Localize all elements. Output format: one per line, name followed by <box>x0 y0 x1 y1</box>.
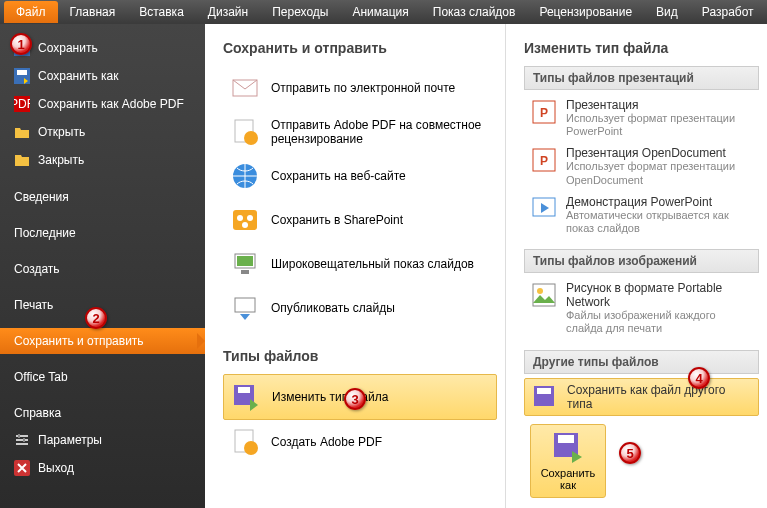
label: Сохранить <box>38 41 98 55</box>
pdf-review-icon <box>229 116 261 148</box>
publish-icon <box>229 292 261 324</box>
svg-rect-7 <box>16 435 28 437</box>
label: Открыть <box>38 125 85 139</box>
section-other-types: Другие типы файлов <box>524 350 759 374</box>
svg-text:PDF: PDF <box>14 97 30 111</box>
label: Презентация <box>566 98 753 112</box>
options-icon <box>14 432 30 448</box>
opt-pdf-review[interactable]: Отправить Adobe PDF на совместное реценз… <box>223 110 497 154</box>
odp-icon: P <box>530 146 558 174</box>
sidebar-exit[interactable]: Выход <box>0 454 205 482</box>
sidebar-share[interactable]: Сохранить и отправить <box>0 328 205 354</box>
callout-1: 1 <box>10 33 32 55</box>
sharepoint-icon <box>229 204 261 236</box>
callout-3: 3 <box>344 388 366 410</box>
section-presentation-types: Типы файлов презентаций <box>524 66 759 90</box>
sidebar-new[interactable]: Создать <box>0 256 205 282</box>
label: Создать <box>14 262 60 276</box>
desc: Использует формат презентации PowerPoint <box>566 112 753 138</box>
tab-transitions[interactable]: Переходы <box>260 1 340 23</box>
svg-text:P: P <box>540 154 548 168</box>
sidebar-officetab[interactable]: Office Tab <box>0 364 205 390</box>
label: Сохранить как <box>38 69 118 83</box>
label: Презентация OpenDocument <box>566 146 753 160</box>
tab-home[interactable]: Главная <box>58 1 128 23</box>
ribbon-tabs: Файл Главная Вставка Дизайн Переходы Ани… <box>0 0 767 24</box>
opt-broadcast[interactable]: Широковещательный показ слайдов <box>223 242 497 286</box>
sidebar-info[interactable]: Сведения <box>0 184 205 210</box>
label: Сохранить в SharePoint <box>271 213 403 227</box>
globe-icon <box>229 160 261 192</box>
folder-open-icon <box>14 124 30 140</box>
opt-sharepoint[interactable]: Сохранить в SharePoint <box>223 198 497 242</box>
label: Выход <box>38 461 74 475</box>
label: Отправить Adobe PDF на совместное реценз… <box>271 118 491 146</box>
desc: Автоматически открывается как показ слай… <box>566 209 753 235</box>
tab-view[interactable]: Вид <box>644 1 690 23</box>
svg-rect-24 <box>235 298 255 312</box>
label: Печать <box>14 298 53 312</box>
ft-ppsx[interactable]: Демонстрация PowerPointАвтоматически отк… <box>524 191 759 239</box>
png-icon <box>530 281 558 309</box>
label: Рисунок в формате Portable Network <box>566 281 753 309</box>
exit-icon <box>14 460 30 476</box>
share-column: Сохранить и отправить Отправить по элект… <box>205 24 505 508</box>
svg-point-20 <box>242 222 248 228</box>
label: Сохранить как Adobe PDF <box>38 97 184 111</box>
sidebar-open[interactable]: Открыть <box>0 118 205 146</box>
svg-text:P: P <box>540 106 548 120</box>
svg-rect-8 <box>16 439 28 441</box>
sidebar-help[interactable]: Справка <box>0 400 205 426</box>
tab-developer[interactable]: Разработ <box>690 1 766 23</box>
tab-insert[interactable]: Вставка <box>127 1 196 23</box>
tab-review[interactable]: Рецензирование <box>527 1 644 23</box>
filetype-heading: Изменить тип файла <box>524 40 759 56</box>
email-icon <box>229 72 261 104</box>
backstage: Сохранить Сохранить как PDFСохранить как… <box>0 24 767 508</box>
pptx-icon: P <box>530 98 558 126</box>
tab-file[interactable]: Файл <box>4 1 58 23</box>
label: Последние <box>14 226 76 240</box>
create-pdf-icon <box>229 426 261 458</box>
callout-5: 5 <box>619 442 641 464</box>
ft-other[interactable]: Сохранить как файл другого типа <box>524 378 759 416</box>
tab-animation[interactable]: Анимация <box>340 1 420 23</box>
opt-web[interactable]: Сохранить на веб-сайте <box>223 154 497 198</box>
sidebar-recent[interactable]: Последние <box>0 220 205 246</box>
label: Сохранить и отправить <box>14 334 144 348</box>
svg-rect-10 <box>18 434 20 438</box>
label: Параметры <box>38 433 102 447</box>
svg-rect-22 <box>237 256 253 266</box>
filetypes-heading: Типы файлов <box>223 348 497 364</box>
sidebar-options[interactable]: Параметры <box>0 426 205 454</box>
file-sidebar: Сохранить Сохранить как PDFСохранить как… <box>0 24 205 508</box>
label: Сохранить на веб-сайте <box>271 169 406 183</box>
sidebar-close[interactable]: Закрыть <box>0 146 205 174</box>
saveas-icon <box>14 68 30 84</box>
svg-point-15 <box>244 131 258 145</box>
folder-close-icon <box>14 152 30 168</box>
label: Широковещательный показ слайдов <box>271 257 474 271</box>
opt-publish[interactable]: Опубликовать слайды <box>223 286 497 330</box>
sidebar-savepdf[interactable]: PDFСохранить как Adobe PDF <box>0 90 205 118</box>
sidebar-saveas[interactable]: Сохранить как <box>0 62 205 90</box>
label: Сохранить как файл другого типа <box>567 383 752 411</box>
ft-png[interactable]: Рисунок в формате Portable NetworkФайлы … <box>524 277 759 339</box>
ft-odp[interactable]: PПрезентация OpenDocumentИспользует форм… <box>524 142 759 190</box>
filetype-column: Изменить тип файла Типы файлов презентац… <box>505 24 767 508</box>
label: Отправить по электронной почте <box>271 81 455 95</box>
pdf-icon: PDF <box>14 96 30 112</box>
desc: Использует формат презентации OpenDocume… <box>566 160 753 186</box>
callout-2: 2 <box>85 307 107 329</box>
svg-rect-37 <box>537 388 551 394</box>
svg-point-19 <box>247 215 253 221</box>
tab-design[interactable]: Дизайн <box>196 1 260 23</box>
saveas-other-icon <box>531 383 559 411</box>
label: Демонстрация PowerPoint <box>566 195 753 209</box>
tab-slideshow[interactable]: Показ слайдов <box>421 1 528 23</box>
opt-create-pdf[interactable]: Создать Adobe PDF <box>223 420 497 464</box>
opt-email[interactable]: Отправить по электронной почте <box>223 66 497 110</box>
ft-presentation[interactable]: PПрезентацияИспользует формат презентаци… <box>524 94 759 142</box>
label: Закрыть <box>38 153 84 167</box>
saveas-button[interactable]: Сохранить как <box>530 424 606 498</box>
